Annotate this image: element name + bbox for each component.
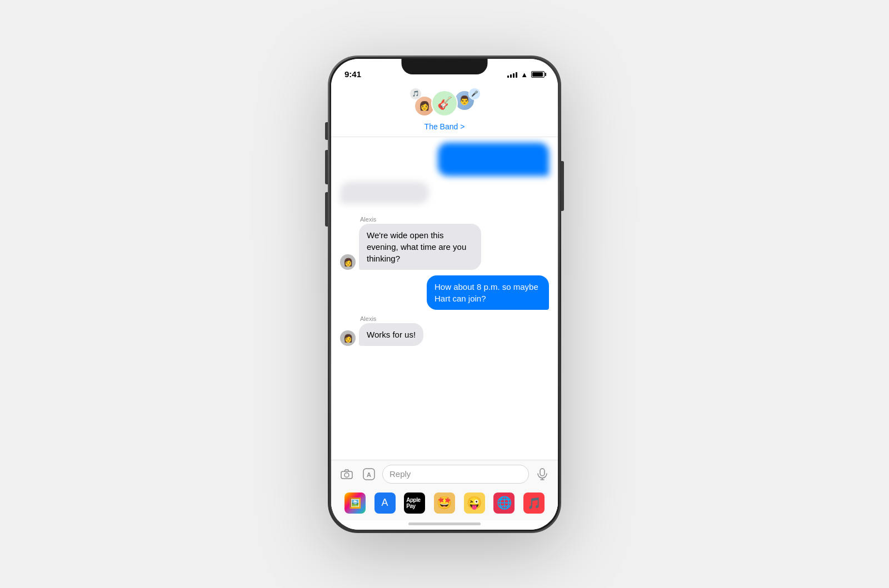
phone-screen: 9:41 ▲ [331,59,558,530]
globe-icon[interactable]: 🌐 [493,492,515,514]
memoji2-icon[interactable]: 😜 [464,492,485,514]
message-text: Works for us! [367,330,416,339]
reply-input[interactable]: Reply [382,465,529,484]
notch [402,59,488,74]
table-row: 👩 We're wide open this evening, what tim… [340,224,549,270]
signal-icon [507,71,517,78]
svg-point-1 [344,473,349,477]
photos-icon[interactable]: 🖼️ [344,492,366,514]
avatar-small-tr: 🎤 [468,88,481,100]
group-name[interactable]: The Band > [424,122,465,131]
avatar-group: 🎵 👩 🎸 👨 🎤 [414,88,475,119]
svg-rect-4 [540,469,545,476]
avatar: 👩 [340,330,356,346]
voice-button[interactable] [533,465,551,483]
appstore-icon[interactable]: A [374,492,396,514]
chat-area: 🎵 👩 🎸 👨 🎤 The Band > [331,83,558,530]
message-bubble: Works for us! [359,323,423,346]
chat-header[interactable]: 🎵 👩 🎸 👨 🎤 The Band > [331,83,558,137]
mute-button[interactable] [325,122,328,140]
input-bar: A Reply [331,460,558,488]
home-indicator [408,522,481,525]
sender-label: Alexis [360,315,549,322]
messages-container: Alexis 👩 We're wide open this evening, w… [331,137,558,460]
message-text: We're wide open this evening, what time … [367,230,466,263]
music-icon[interactable]: 🎵 [523,492,545,514]
table-row: 👩 Works for us! [340,323,549,346]
blurred-messages [340,143,549,209]
phone-inner: 9:41 ▲ [329,57,560,531]
status-icons: ▲ [507,71,545,79]
message-text: How about 8 p.m. so maybe Hart can join? [434,282,538,303]
avatar: 👩 [340,254,356,270]
wifi-icon: ▲ [521,71,528,79]
app-icons-row: 🖼️ A Apple Pay 🤩 [331,488,558,520]
avatar-small-tl: 🎵 [409,88,422,100]
phone-scene: 9:41 ▲ [328,56,561,533]
table-row [340,182,549,207]
volume-down-button[interactable] [325,192,328,227]
message-bubble: We're wide open this evening, what time … [359,224,481,270]
apple-pay-icon[interactable]: Apple Pay [404,492,425,514]
message-bubble: How about 8 p.m. so maybe Hart can join? [427,275,549,310]
volume-up-button[interactable] [325,150,328,184]
avatar-center: 🎸 [431,90,458,117]
table-row [340,143,549,179]
battery-icon [531,71,545,78]
app-store-button[interactable]: A [360,465,378,483]
phone-shell: 9:41 ▲ [328,56,561,533]
power-button[interactable] [561,161,564,211]
memoji1-icon[interactable]: 🤩 [434,492,455,514]
camera-button[interactable] [338,465,356,483]
table-row: How about 8 p.m. so maybe Hart can join? [340,275,549,310]
reply-placeholder: Reply [389,469,411,479]
status-time: 9:41 [344,69,361,79]
svg-text:A: A [367,471,371,478]
sender-label: Alexis [360,216,549,223]
